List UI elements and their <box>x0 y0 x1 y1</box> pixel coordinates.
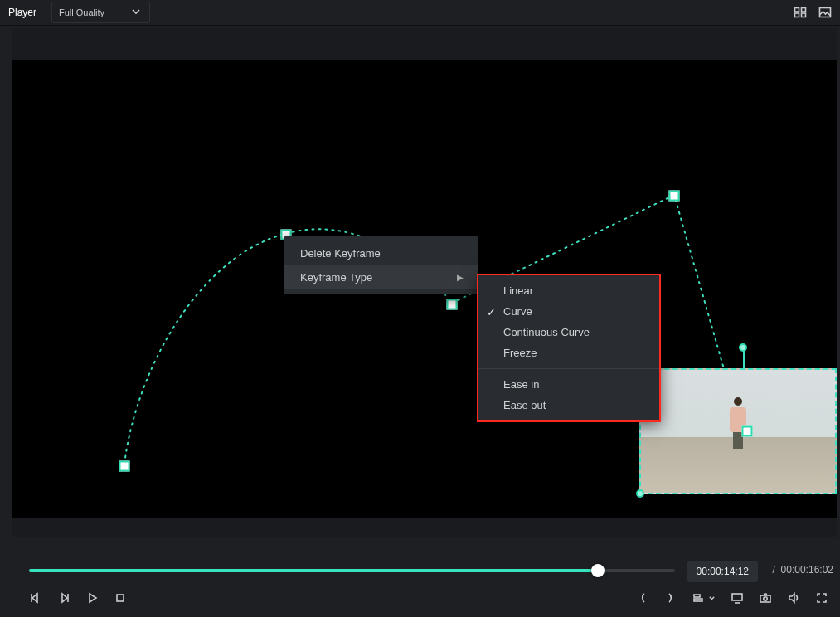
player-label: Player <box>8 7 36 18</box>
svg-rect-8 <box>732 594 742 600</box>
quality-dropdown-value: Full Quality <box>59 7 104 17</box>
menu-item-label: Ease out <box>503 399 546 411</box>
ratio-menu-button[interactable] <box>692 591 716 605</box>
snapshot-button[interactable] <box>759 591 772 605</box>
menu-item-label: Curve <box>503 305 532 318</box>
svg-rect-2 <box>795 13 799 17</box>
svg-rect-1 <box>802 8 806 12</box>
progress-track[interactable] <box>29 569 675 572</box>
keyframe-type-ease-in[interactable]: Ease in <box>478 374 659 395</box>
keyframe-handle[interactable] <box>669 191 680 202</box>
keyframe-type-linear[interactable]: Linear <box>478 280 659 301</box>
fullscreen-button[interactable] <box>815 591 828 605</box>
clip-bounding-box[interactable] <box>639 368 837 494</box>
svg-rect-7 <box>694 599 702 601</box>
volume-button[interactable] <box>787 591 800 605</box>
top-bar: Player Full Quality <box>0 0 840 26</box>
menu-item-label: Continuous Curve <box>503 326 590 338</box>
total-time: / 00:00:16:02 <box>773 564 833 576</box>
svg-rect-5 <box>117 595 124 601</box>
mark-out-button[interactable] <box>664 591 677 605</box>
context-menu: Delete Keyframe Keyframe Type ▶ <box>284 236 478 294</box>
playback-group <box>29 591 127 605</box>
total-time-value: 00:00:16:02 <box>781 564 833 576</box>
menu-item-label: Ease in <box>503 378 539 391</box>
check-icon: ✓ <box>487 306 496 318</box>
submenu-arrow-icon: ▶ <box>457 273 464 282</box>
step-forward-button[interactable] <box>57 591 70 605</box>
delete-keyframe-item[interactable]: Delete Keyframe <box>284 241 478 265</box>
menu-item-label: Delete Keyframe <box>300 247 381 260</box>
top-icon-group <box>794 6 832 19</box>
thumbnail-figure <box>729 397 747 449</box>
keyframe-type-ease-out[interactable]: Ease out <box>478 395 659 415</box>
keyframe-type-freeze[interactable]: Freeze <box>478 343 659 363</box>
svg-point-10 <box>764 597 767 600</box>
corner-handle[interactable] <box>636 489 644 498</box>
time-separator: / <box>773 564 775 576</box>
step-back-button[interactable] <box>29 591 42 605</box>
layout-grid-icon[interactable] <box>794 6 807 19</box>
image-icon[interactable] <box>818 6 832 19</box>
render-preview-button[interactable] <box>731 591 744 605</box>
menu-item-label: Freeze <box>503 347 537 359</box>
preview-panel: Delete Keyframe Keyframe Type ▶ Linear ✓… <box>12 28 837 537</box>
svg-rect-0 <box>795 8 799 12</box>
tool-group <box>636 591 828 605</box>
chevron-down-icon <box>129 5 143 20</box>
transport-controls <box>29 587 828 609</box>
anchor-point[interactable] <box>742 426 753 437</box>
menu-item-label: Linear <box>503 284 533 297</box>
keyframe-type-submenu: Linear ✓ Curve Continuous Curve Freeze E… <box>477 274 661 422</box>
play-button[interactable] <box>85 591 99 605</box>
keyframe-type-item[interactable]: Keyframe Type ▶ <box>284 265 478 289</box>
quality-dropdown[interactable]: Full Quality <box>51 2 150 23</box>
preview-canvas[interactable]: Delete Keyframe Keyframe Type ▶ Linear ✓… <box>12 60 837 518</box>
keyframe-handle[interactable] <box>447 299 458 310</box>
svg-rect-6 <box>694 595 700 597</box>
menu-separator <box>478 368 659 369</box>
transport-bar: 00:00:14:12 / 00:00:16:02 <box>12 541 837 617</box>
progress-fill <box>29 569 598 572</box>
keyframe-handle[interactable] <box>119 461 130 472</box>
rotation-stem <box>743 350 745 370</box>
current-time[interactable]: 00:00:14:12 <box>687 561 758 582</box>
keyframe-type-continuous-curve[interactable]: Continuous Curve <box>478 322 659 343</box>
stop-button[interactable] <box>114 591 127 605</box>
keyframe-type-curve[interactable]: ✓ Curve <box>478 301 659 322</box>
svg-rect-3 <box>802 13 806 17</box>
menu-item-label: Keyframe Type <box>300 271 372 284</box>
mark-in-button[interactable] <box>636 591 649 605</box>
progress-thumb[interactable] <box>591 564 605 577</box>
